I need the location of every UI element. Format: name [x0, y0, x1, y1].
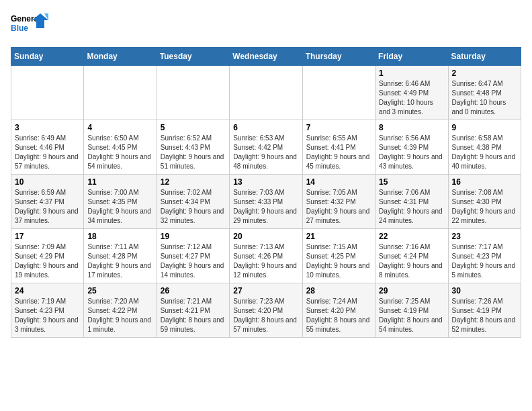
day-number: 15	[379, 177, 444, 187]
day-number: 26	[161, 286, 226, 295]
calendar-day-cell: 14Sunrise: 7:05 AMSunset: 4:32 PMDayligh…	[302, 175, 375, 229]
calendar-day-cell: 23Sunrise: 7:17 AMSunset: 4:23 PMDayligh…	[448, 229, 521, 283]
day-info: Sunrise: 7:16 AMSunset: 4:24 PMDaylight:…	[379, 242, 444, 280]
day-number: 21	[306, 232, 371, 241]
day-info: Sunrise: 6:59 AMSunset: 4:37 PMDaylight:…	[15, 188, 80, 226]
weekday-header: Wednesday	[230, 48, 302, 66]
day-number: 19	[161, 232, 226, 241]
calendar-day-cell: 20Sunrise: 7:13 AMSunset: 4:26 PMDayligh…	[230, 229, 302, 283]
calendar-day-cell	[11, 66, 84, 120]
day-number: 1	[379, 68, 444, 78]
day-number: 16	[452, 177, 517, 187]
day-number: 14	[306, 177, 371, 187]
calendar-day-cell: 5Sunrise: 6:52 AMSunset: 4:43 PMDaylight…	[157, 120, 229, 175]
logo: General Blue	[11, 11, 48, 40]
calendar-day-cell: 24Sunrise: 7:19 AMSunset: 4:23 PMDayligh…	[11, 283, 84, 338]
calendar-day-cell: 28Sunrise: 7:24 AMSunset: 4:20 PMDayligh…	[302, 283, 375, 338]
calendar-day-cell	[302, 66, 375, 120]
day-number: 30	[452, 286, 517, 295]
day-number: 29	[379, 286, 444, 295]
day-number: 24	[15, 286, 80, 295]
day-info: Sunrise: 6:58 AMSunset: 4:38 PMDaylight:…	[452, 134, 517, 171]
day-number: 12	[161, 177, 226, 187]
calendar-day-cell: 13Sunrise: 7:03 AMSunset: 4:33 PMDayligh…	[230, 175, 302, 229]
day-info: Sunrise: 7:23 AMSunset: 4:20 PMDaylight:…	[233, 297, 298, 334]
day-number: 28	[306, 286, 371, 295]
day-info: Sunrise: 7:17 AMSunset: 4:23 PMDaylight:…	[452, 242, 517, 280]
calendar-body: 1Sunrise: 6:46 AMSunset: 4:49 PMDaylight…	[11, 66, 521, 338]
day-info: Sunrise: 6:46 AMSunset: 4:49 PMDaylight:…	[379, 79, 444, 117]
calendar-header: SundayMondayTuesdayWednesdayThursdayFrid…	[11, 48, 521, 66]
day-info: Sunrise: 6:56 AMSunset: 4:39 PMDaylight:…	[379, 134, 444, 171]
calendar-day-cell: 1Sunrise: 6:46 AMSunset: 4:49 PMDaylight…	[375, 66, 448, 120]
day-info: Sunrise: 7:11 AMSunset: 4:28 PMDaylight:…	[87, 242, 152, 280]
day-info: Sunrise: 7:24 AMSunset: 4:20 PMDaylight:…	[306, 297, 371, 334]
day-info: Sunrise: 6:47 AMSunset: 4:48 PMDaylight:…	[452, 79, 517, 117]
calendar-day-cell: 15Sunrise: 7:06 AMSunset: 4:31 PMDayligh…	[375, 175, 448, 229]
day-info: Sunrise: 7:09 AMSunset: 4:29 PMDaylight:…	[15, 242, 80, 280]
svg-text:Blue: Blue	[11, 24, 28, 33]
calendar-day-cell: 11Sunrise: 7:00 AMSunset: 4:35 PMDayligh…	[84, 175, 157, 229]
day-number: 5	[161, 123, 226, 132]
day-info: Sunrise: 7:03 AMSunset: 4:33 PMDaylight:…	[233, 188, 298, 226]
day-info: Sunrise: 7:26 AMSunset: 4:19 PMDaylight:…	[452, 297, 517, 334]
calendar-week-row: 1Sunrise: 6:46 AMSunset: 4:49 PMDaylight…	[11, 66, 521, 120]
day-info: Sunrise: 7:21 AMSunset: 4:21 PMDaylight:…	[161, 297, 226, 334]
day-number: 2	[452, 68, 517, 78]
day-info: Sunrise: 7:00 AMSunset: 4:35 PMDaylight:…	[87, 188, 152, 226]
day-number: 9	[452, 123, 517, 132]
calendar-day-cell: 19Sunrise: 7:12 AMSunset: 4:27 PMDayligh…	[157, 229, 229, 283]
weekday-header: Saturday	[448, 48, 521, 66]
calendar-day-cell: 6Sunrise: 6:53 AMSunset: 4:42 PMDaylight…	[230, 120, 302, 175]
day-number: 11	[87, 177, 152, 187]
calendar-day-cell: 10Sunrise: 6:59 AMSunset: 4:37 PMDayligh…	[11, 175, 84, 229]
day-info: Sunrise: 7:20 AMSunset: 4:22 PMDaylight:…	[87, 297, 152, 334]
calendar-week-row: 24Sunrise: 7:19 AMSunset: 4:23 PMDayligh…	[11, 283, 521, 338]
day-info: Sunrise: 7:19 AMSunset: 4:23 PMDaylight:…	[15, 297, 80, 334]
calendar-day-cell	[84, 66, 157, 120]
calendar-day-cell: 4Sunrise: 6:50 AMSunset: 4:45 PMDaylight…	[84, 120, 157, 175]
day-info: Sunrise: 6:50 AMSunset: 4:45 PMDaylight:…	[87, 134, 152, 171]
day-info: Sunrise: 7:06 AMSunset: 4:31 PMDaylight:…	[379, 188, 444, 226]
day-info: Sunrise: 7:12 AMSunset: 4:27 PMDaylight:…	[161, 242, 226, 280]
day-number: 25	[87, 286, 152, 295]
calendar-day-cell: 12Sunrise: 7:02 AMSunset: 4:34 PMDayligh…	[157, 175, 229, 229]
calendar-day-cell: 29Sunrise: 7:25 AMSunset: 4:19 PMDayligh…	[375, 283, 448, 338]
day-number: 6	[233, 123, 298, 132]
calendar-day-cell: 21Sunrise: 7:15 AMSunset: 4:25 PMDayligh…	[302, 229, 375, 283]
weekday-header: Monday	[84, 48, 157, 66]
day-info: Sunrise: 7:15 AMSunset: 4:25 PMDaylight:…	[306, 242, 371, 280]
calendar-day-cell: 26Sunrise: 7:21 AMSunset: 4:21 PMDayligh…	[157, 283, 229, 338]
day-info: Sunrise: 6:53 AMSunset: 4:42 PMDaylight:…	[233, 134, 298, 171]
day-number: 10	[15, 177, 80, 187]
weekday-header: Sunday	[11, 48, 84, 66]
day-info: Sunrise: 6:55 AMSunset: 4:41 PMDaylight:…	[306, 134, 371, 171]
day-info: Sunrise: 7:25 AMSunset: 4:19 PMDaylight:…	[379, 297, 444, 334]
calendar-week-row: 17Sunrise: 7:09 AMSunset: 4:29 PMDayligh…	[11, 229, 521, 283]
day-info: Sunrise: 6:49 AMSunset: 4:46 PMDaylight:…	[15, 134, 80, 171]
day-number: 7	[306, 123, 371, 132]
calendar-day-cell: 2Sunrise: 6:47 AMSunset: 4:48 PMDaylight…	[448, 66, 521, 120]
calendar-day-cell	[230, 66, 302, 120]
day-info: Sunrise: 7:05 AMSunset: 4:32 PMDaylight:…	[306, 188, 371, 226]
day-number: 13	[233, 177, 298, 187]
calendar-week-row: 10Sunrise: 6:59 AMSunset: 4:37 PMDayligh…	[11, 175, 521, 229]
day-info: Sunrise: 7:08 AMSunset: 4:30 PMDaylight:…	[452, 188, 517, 226]
calendar-week-row: 3Sunrise: 6:49 AMSunset: 4:46 PMDaylight…	[11, 120, 521, 175]
weekday-header: Friday	[375, 48, 448, 66]
calendar-day-cell	[157, 66, 229, 120]
day-number: 18	[87, 232, 152, 241]
calendar-day-cell: 22Sunrise: 7:16 AMSunset: 4:24 PMDayligh…	[375, 229, 448, 283]
day-number: 8	[379, 123, 444, 132]
calendar-day-cell: 30Sunrise: 7:26 AMSunset: 4:19 PMDayligh…	[448, 283, 521, 338]
calendar-day-cell: 7Sunrise: 6:55 AMSunset: 4:41 PMDaylight…	[302, 120, 375, 175]
day-info: Sunrise: 6:52 AMSunset: 4:43 PMDaylight:…	[161, 134, 226, 171]
day-info: Sunrise: 7:02 AMSunset: 4:34 PMDaylight:…	[161, 188, 226, 226]
calendar-day-cell: 17Sunrise: 7:09 AMSunset: 4:29 PMDayligh…	[11, 229, 84, 283]
calendar-day-cell: 3Sunrise: 6:49 AMSunset: 4:46 PMDaylight…	[11, 120, 84, 175]
day-number: 27	[233, 286, 298, 295]
calendar-day-cell: 8Sunrise: 6:56 AMSunset: 4:39 PMDaylight…	[375, 120, 448, 175]
day-number: 17	[15, 232, 80, 241]
calendar-day-cell: 18Sunrise: 7:11 AMSunset: 4:28 PMDayligh…	[84, 229, 157, 283]
calendar-day-cell: 16Sunrise: 7:08 AMSunset: 4:30 PMDayligh…	[448, 175, 521, 229]
